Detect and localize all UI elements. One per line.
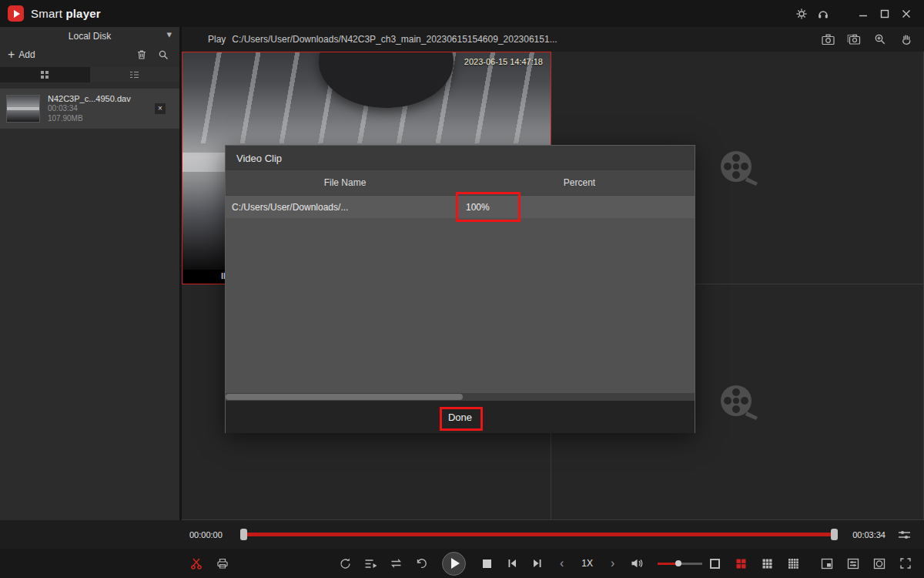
app-logo-icon bbox=[8, 5, 24, 22]
window-buttons bbox=[853, 4, 916, 24]
speed-down-button[interactable]: ‹ bbox=[555, 557, 568, 570]
video-clip-dialog: Video Clip File Name Percent C:/Users/Us… bbox=[225, 145, 695, 433]
right-controls bbox=[707, 549, 913, 578]
source-label: Local Disk bbox=[69, 31, 111, 42]
column-percent: Percent bbox=[464, 177, 695, 188]
gear-icon[interactable] bbox=[792, 4, 812, 24]
film-reel-icon bbox=[715, 146, 760, 190]
print-icon[interactable] bbox=[215, 555, 230, 572]
repeat-icon[interactable] bbox=[388, 555, 403, 572]
play-label: Play bbox=[208, 34, 226, 45]
clip-file-path: C:/Users/User/Downloads/... bbox=[226, 202, 464, 213]
fullscreen-icon[interactable] bbox=[898, 555, 913, 572]
headset-icon[interactable] bbox=[813, 4, 833, 24]
speed-up-button[interactable]: › bbox=[606, 557, 619, 570]
dialog-title: Video Clip bbox=[226, 146, 695, 170]
list-view-icon[interactable] bbox=[90, 67, 180, 82]
file-name: N42C3P_c...4950.dav bbox=[48, 94, 131, 105]
playbar: Play C:/Users/User/Downloads/N42C3P_ch3_… bbox=[182, 27, 924, 52]
scrollbar-thumb[interactable] bbox=[226, 394, 463, 400]
prev-frame-icon[interactable] bbox=[504, 555, 520, 572]
horizontal-scrollbar[interactable] bbox=[226, 393, 695, 401]
stop-button[interactable] bbox=[479, 555, 494, 572]
caret-down-icon[interactable]: ▾ bbox=[166, 29, 172, 40]
table-row[interactable]: C:/Users/User/Downloads/... 100% bbox=[226, 196, 695, 218]
dialog-table-body: C:/Users/User/Downloads/... 100% bbox=[226, 196, 695, 393]
video-timestamp: 2023-06-15 14:47:18 bbox=[464, 57, 543, 66]
full-window-icon[interactable] bbox=[819, 555, 835, 572]
sync-play-icon[interactable] bbox=[337, 555, 353, 572]
minimize-icon[interactable] bbox=[853, 4, 873, 24]
titlebar: Smart player bbox=[0, 0, 924, 27]
remove-file-icon[interactable]: × bbox=[155, 103, 166, 114]
left-controls bbox=[189, 549, 230, 578]
volume-slider[interactable] bbox=[658, 559, 702, 568]
undo-icon[interactable] bbox=[413, 555, 429, 572]
four-split-icon[interactable] bbox=[733, 555, 748, 572]
volume-knob[interactable] bbox=[675, 560, 681, 566]
timeline-settings-icon[interactable] bbox=[896, 527, 912, 543]
image-adjust-icon[interactable] bbox=[845, 555, 861, 572]
next-frame-icon[interactable] bbox=[530, 555, 545, 572]
center-controls: ‹ 1X › bbox=[337, 549, 702, 578]
close-icon[interactable] bbox=[896, 4, 916, 24]
control-bar: ‹ 1X › bbox=[0, 549, 924, 578]
play-button[interactable] bbox=[442, 552, 466, 576]
clip-icon[interactable] bbox=[189, 555, 204, 572]
multi-snapshot-icon[interactable] bbox=[845, 31, 862, 48]
maximize-icon[interactable] bbox=[875, 4, 895, 24]
search-icon[interactable] bbox=[155, 47, 172, 62]
app-title: Smart player bbox=[31, 7, 101, 20]
dialog-footer: Done bbox=[226, 401, 695, 433]
seek-track[interactable] bbox=[240, 533, 838, 536]
volume-icon[interactable] bbox=[629, 555, 644, 572]
elapsed-time: 00:00:00 bbox=[189, 530, 231, 539]
column-file-name: File Name bbox=[226, 177, 464, 188]
done-button[interactable]: Done bbox=[439, 408, 481, 426]
hand-icon[interactable] bbox=[898, 31, 915, 48]
file-size: 107.90MB bbox=[48, 114, 131, 124]
seek-bar[interactable] bbox=[240, 529, 838, 540]
clip-start-handle[interactable] bbox=[240, 529, 247, 540]
zoom-in-icon[interactable] bbox=[872, 31, 889, 48]
file-duration: 00:03:34 bbox=[48, 104, 131, 114]
file-info: N42C3P_c...4950.dav 00:03:34 107.90MB bbox=[48, 94, 131, 124]
grid-view-icon[interactable] bbox=[0, 67, 90, 82]
add-label: Add bbox=[18, 49, 35, 60]
dialog-table-header: File Name Percent bbox=[226, 170, 695, 196]
smart-player-window: Smart player bbox=[0, 0, 924, 578]
add-icon: + bbox=[8, 49, 15, 61]
one-split-icon[interactable] bbox=[707, 555, 722, 572]
source-selector[interactable]: Local Disk ▾ bbox=[0, 27, 179, 45]
sixteen-split-icon[interactable] bbox=[785, 555, 801, 572]
total-time: 00:03:34 bbox=[847, 530, 886, 539]
sidebar-actions: + Add bbox=[0, 45, 179, 64]
file-thumbnail bbox=[6, 95, 40, 123]
snapshot-icon[interactable] bbox=[819, 31, 836, 48]
play-icon bbox=[451, 558, 460, 569]
trash-icon[interactable] bbox=[133, 47, 150, 62]
list-item[interactable]: N42C3P_c...4950.dav 00:03:34 107.90MB × bbox=[0, 89, 179, 129]
clip-end-handle[interactable] bbox=[831, 529, 838, 540]
film-reel-icon bbox=[715, 381, 760, 424]
timeline-bar: 00:00:00 00:03:34 bbox=[0, 520, 924, 549]
speed-value: 1X bbox=[578, 558, 596, 569]
fisheye-icon[interactable] bbox=[872, 555, 887, 572]
clip-percent: 100% bbox=[466, 202, 490, 213]
view-toggle bbox=[0, 67, 179, 82]
add-file-button[interactable]: + Add bbox=[8, 49, 35, 61]
sidebar: Local Disk ▾ + Add bbox=[0, 27, 179, 520]
nine-split-icon[interactable] bbox=[759, 555, 775, 572]
current-file-path: C:/Users/User/Downloads/N42C3P_ch3_main_… bbox=[232, 34, 557, 45]
play-list-icon[interactable] bbox=[363, 555, 378, 572]
